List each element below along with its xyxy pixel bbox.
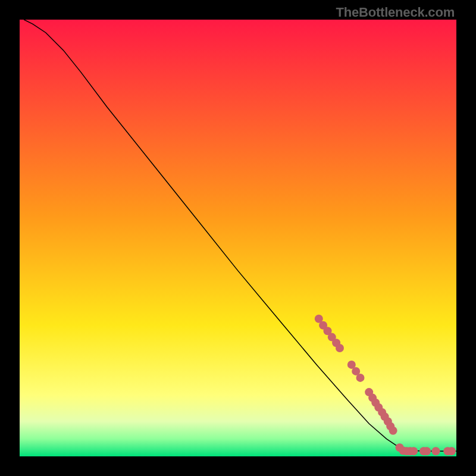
- watermark-label: TheBottleneck.com: [336, 5, 455, 20]
- data-marker: [422, 447, 431, 455]
- data-marker: [336, 344, 344, 352]
- data-marker: [432, 447, 440, 455]
- data-marker: [447, 447, 456, 455]
- plot-svg: [20, 20, 456, 456]
- data-marker: [409, 447, 418, 455]
- chart-frame: TheBottleneck.com: [0, 0, 476, 476]
- gradient-bg: [20, 20, 456, 456]
- data-marker: [356, 374, 365, 382]
- plot-area: [20, 20, 456, 456]
- data-marker: [389, 427, 397, 435]
